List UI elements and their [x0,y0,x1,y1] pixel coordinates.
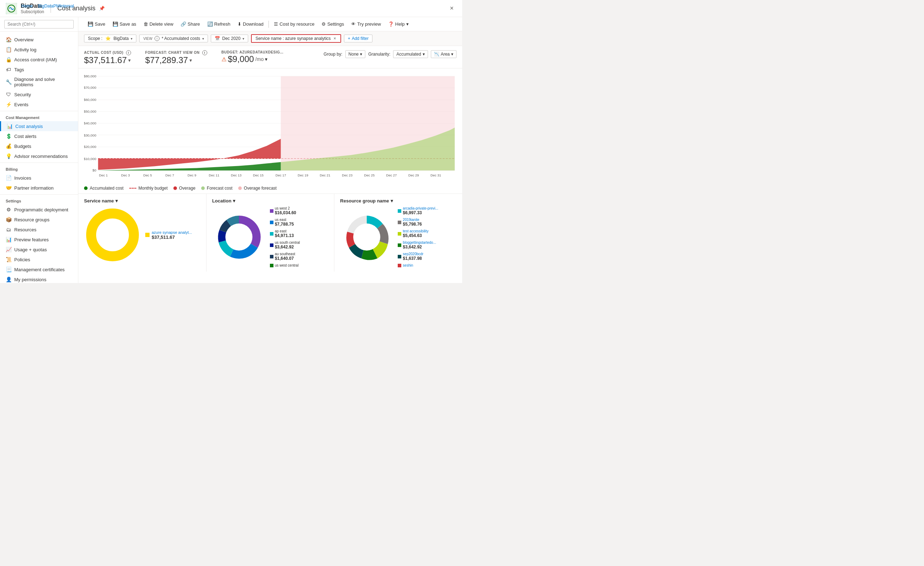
help-button[interactable]: ❓ Help ▾ [384,20,412,28]
forecast-arrow[interactable]: ▾ [189,57,192,63]
invoices-icon: 📄 [6,175,11,181]
pin-icon[interactable]: 📌 [99,6,105,11]
scope-filter[interactable]: Scope : ⭐ BigData ▾ [84,35,136,42]
save-as-icon: 💾 [112,21,118,27]
try-preview-button[interactable]: 👁 Try preview [348,20,384,28]
close-button[interactable]: × [447,3,456,14]
view-filter[interactable]: VIEW i * Accumulated costs ▾ [139,35,208,42]
svg-text:Dec 19: Dec 19 [298,173,308,177]
cost-by-resource-button[interactable]: ☰ Cost by resource [270,20,318,28]
resource-group-chart-title[interactable]: Resource group name ▾ [340,198,456,203]
sidebar-item-cost-analysis[interactable]: 📊 Cost analysis [0,121,78,131]
sidebar-item-policies[interactable]: 📜 Policies [0,254,78,265]
svg-text:$20,000: $20,000 [84,145,96,149]
sidebar-item-cost-alerts[interactable]: 💲 Cost alerts [0,131,78,141]
sidebar-item-my-permissions[interactable]: 👤 My permissions [0,274,78,283]
service-filter[interactable]: Service name : azure synapse analytics × [251,34,341,43]
save-icon: 💾 [88,21,93,27]
my-permissions-icon: 👤 [6,277,11,282]
rg-legend-item-6: seshin [398,263,438,267]
cost-analysis-icon: 📊 [7,123,12,129]
sidebar-item-resources[interactable]: 🗂 Resources [0,224,78,235]
sidebar-item-tags[interactable]: 🏷 Tags [0,65,78,74]
share-button[interactable]: 🔗 Share [177,20,204,28]
breadcrumb-home[interactable]: Home [21,3,33,9]
location-legend-item-5: au southeast $1,640.07 [270,252,300,261]
settings-button[interactable]: ⚙ Settings [318,20,348,28]
breadcrumb-subscription[interactable]: BigDataPMInternal [38,3,74,9]
add-filter-button[interactable]: + + Add filter Add filter [344,35,372,42]
svg-text:Dec 15: Dec 15 [253,173,264,177]
save-button[interactable]: 💾 Save [84,20,109,28]
preview-features-icon: 📊 [6,237,11,242]
monthly-budget-line [129,188,136,188]
actual-cost-info-icon[interactable]: i [126,50,131,55]
events-icon: ⚡ [6,102,11,107]
location-chart-title[interactable]: Location ▾ [212,198,328,203]
sidebar-item-iam[interactable]: 🔒 Access control (IAM) [0,54,78,65]
search-input[interactable] [4,20,74,29]
sidebar-item-label-usage-quotas: Usage + quotas [14,247,46,252]
legend-monthly-budget: Monthly budget [129,186,168,191]
breadcrumb: Home > BigDataPMInternal [21,3,74,9]
group-by-label: Group by: [324,52,342,57]
scope-value: BigData [114,36,129,41]
svg-text:Dec 23: Dec 23 [342,173,352,177]
main-content: 💾 Save 💾 Save as 🗑 Delete view 🔗 Share 🔄 [78,17,462,283]
sidebar-item-label-events: Events [14,102,28,107]
sidebar-item-resource-groups[interactable]: 📦 Resource groups [0,215,78,224]
overage-forecast-dot [238,187,242,190]
resource-groups-icon: 📦 [6,217,11,223]
sidebar-item-label-resources: Resources [14,227,36,232]
svg-text:Dec 11: Dec 11 [208,173,219,177]
sidebar-item-budgets[interactable]: 💰 Budgets [0,141,78,151]
sidebar-item-activity-log[interactable]: 📋 Activity log [0,45,78,54]
sidebar-item-mgmt-certs[interactable]: 📃 Management certificates [0,265,78,274]
sidebar-item-label-security: Security [14,92,31,97]
sidebar-item-preview-features[interactable]: 📊 Preview features [0,235,78,244]
budget-dropdown[interactable]: ▾ [265,56,267,62]
forecast-cost-value: $77,289.37 [145,55,188,65]
sidebar-item-partner[interactable]: 🤝 Partner information [0,183,78,193]
resource-group-donut-legend: arcadia-private-previ... $6,997.33 2019i… [398,206,438,267]
security-icon: 🛡 [6,92,11,97]
sidebar-item-events[interactable]: ⚡ Events [0,99,78,110]
refresh-icon: 🔄 [207,21,213,27]
calendar-icon: 📅 [215,36,220,41]
group-by-dropdown[interactable]: None ▾ [345,50,366,58]
service-filter-close[interactable]: × [333,36,337,41]
activity-log-icon: 📋 [6,47,11,53]
section-cost-management: Cost Management [0,113,78,121]
iam-icon: 🔒 [6,57,11,62]
granularity-chevron-icon: ▾ [423,52,425,57]
actual-cost-arrow[interactable]: ▾ [128,57,130,63]
sidebar-item-label-my-permissions: My permissions [14,277,46,282]
delete-view-button[interactable]: 🗑 Delete view [140,20,177,28]
location-donut-legend: us west 2 $16,034.60 us east $7,788.75 [270,206,300,267]
actual-cost-value: $37,511.67 [84,55,127,65]
service-name-chart-title[interactable]: Service name ▾ [84,198,201,203]
download-button[interactable]: ⬇ Download [234,20,267,28]
sidebar-item-usage-quotas[interactable]: 📈 Usage + quotas [0,244,78,254]
view-info-icon[interactable]: i [154,36,159,41]
add-filter-icon: + [348,36,350,41]
sidebar-item-programmatic[interactable]: ⚙ Programmatic deployment [0,205,78,215]
sidebar: 🏠 Overview 📋 Activity log 🔒 Access contr… [0,17,78,283]
overage-dot [173,187,177,190]
sidebar-item-overview[interactable]: 🏠 Overview [0,35,78,45]
date-filter[interactable]: 📅 Dec 2020 ▾ [211,35,248,42]
date-dropdown-icon: ▾ [243,37,244,41]
granularity-dropdown[interactable]: Accumulated ▾ [393,50,428,58]
chart-type-dropdown[interactable]: 📉 Area ▾ [431,50,456,58]
save-as-button[interactable]: 💾 Save as [109,20,140,28]
sidebar-item-label-invoices: Invoices [14,175,32,181]
location-legend-item-3: ap east $4,971.13 [270,229,300,238]
sidebar-item-invoices[interactable]: 📄 Invoices [0,173,78,183]
chart-type-chevron-icon: ▾ [451,52,453,57]
sidebar-item-diagnose[interactable]: 🔧 Diagnose and solve problems [0,74,78,89]
refresh-button[interactable]: 🔄 Refresh [204,20,234,28]
forecast-info-icon[interactable]: i [202,50,207,55]
sidebar-item-advisor[interactable]: 💡 Advisor recommendations [0,151,78,161]
sidebar-item-security[interactable]: 🛡 Security [0,89,78,99]
sidebar-item-label-budgets: Budgets [14,144,32,149]
